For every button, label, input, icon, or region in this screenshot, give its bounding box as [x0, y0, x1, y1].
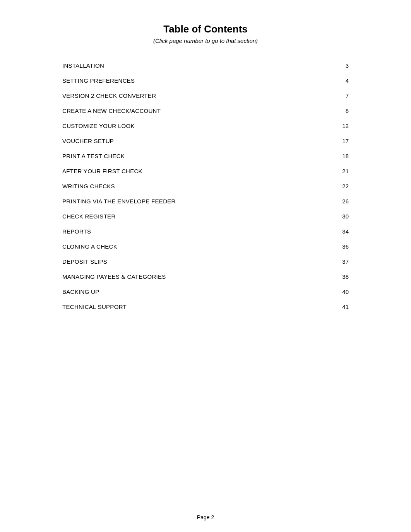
- toc-row: VOUCHER SETUP17: [62, 133, 349, 148]
- toc-entry-page[interactable]: 37: [342, 258, 349, 265]
- toc-entry-label: CUSTOMIZE YOUR LOOK: [62, 123, 135, 129]
- toc-entry-page[interactable]: 40: [342, 288, 349, 295]
- toc-entry-label: REPORTS: [62, 228, 91, 235]
- toc-entry-page[interactable]: 7: [346, 92, 349, 99]
- page-footer: Page 2: [0, 506, 411, 532]
- toc-list: INSTALLATION3SETTING PREFERENCES4VERSION…: [62, 58, 349, 314]
- toc-entry-page[interactable]: 21: [342, 168, 349, 174]
- toc-row: VERSION 2 CHECK CONVERTER7: [62, 88, 349, 103]
- toc-entry-label: AFTER YOUR FIRST CHECK: [62, 168, 142, 174]
- toc-entry-label: CREATE A NEW CHECK/ACCOUNT: [62, 107, 161, 114]
- toc-entry-label: SETTING PREFERENCES: [62, 77, 135, 84]
- toc-entry-label: INSTALLATION: [62, 62, 104, 69]
- toc-entry-page[interactable]: 18: [342, 153, 349, 159]
- toc-entry-label: PRINT A TEST CHECK: [62, 153, 125, 159]
- toc-entry-label: WRITING CHECKS: [62, 183, 115, 189]
- toc-entry-page[interactable]: 36: [342, 243, 349, 250]
- toc-entry-page[interactable]: 17: [342, 138, 349, 144]
- toc-row: CREATE A NEW CHECK/ACCOUNT8: [62, 103, 349, 118]
- toc-row: TECHNICAL SUPPORT41: [62, 299, 349, 314]
- toc-entry-page[interactable]: 26: [342, 198, 349, 205]
- toc-row: PRINT A TEST CHECK18: [62, 148, 349, 164]
- toc-row: AFTER YOUR FIRST CHECK21: [62, 164, 349, 179]
- toc-entry-label: VOUCHER SETUP: [62, 138, 114, 144]
- page-container: Table of Contents (Click page number to …: [31, 0, 380, 506]
- toc-entry-page[interactable]: 12: [342, 123, 349, 129]
- toc-entry-page[interactable]: 3: [346, 62, 349, 69]
- toc-entry-label: CLONING A CHECK: [62, 243, 117, 250]
- toc-row: CUSTOMIZE YOUR LOOK12: [62, 118, 349, 133]
- toc-row: BACKING UP40: [62, 284, 349, 299]
- toc-entry-page[interactable]: 8: [346, 107, 349, 114]
- title-section: Table of Contents (Click page number to …: [62, 23, 349, 44]
- toc-entry-page[interactable]: 30: [342, 213, 349, 220]
- toc-entry-page[interactable]: 22: [342, 183, 349, 189]
- toc-row: CLONING A CHECK36: [62, 239, 349, 254]
- toc-entry-label: PRINTING VIA THE ENVELOPE FEEDER: [62, 198, 176, 205]
- toc-row: PRINTING VIA THE ENVELOPE FEEDER26: [62, 194, 349, 209]
- toc-entry-label: CHECK REGISTER: [62, 213, 116, 220]
- toc-entry-label: MANAGING PAYEES & CATEGORIES: [62, 273, 166, 280]
- page-subtitle: (Click page number to go to that section…: [62, 38, 349, 44]
- toc-entry-label: BACKING UP: [62, 288, 99, 295]
- toc-entry-label: DEPOSIT SLIPS: [62, 258, 107, 265]
- toc-row: CHECK REGISTER30: [62, 209, 349, 224]
- toc-entry-page[interactable]: 41: [342, 304, 349, 310]
- toc-row: DEPOSIT SLIPS37: [62, 254, 349, 269]
- toc-entry-page[interactable]: 34: [342, 228, 349, 235]
- toc-row: WRITING CHECKS22: [62, 179, 349, 194]
- toc-entry-label: VERSION 2 CHECK CONVERTER: [62, 92, 156, 99]
- toc-row: MANAGING PAYEES & CATEGORIES38: [62, 269, 349, 284]
- page-title: Table of Contents: [62, 23, 349, 35]
- toc-entry-label: TECHNICAL SUPPORT: [62, 304, 127, 310]
- toc-row: REPORTS34: [62, 224, 349, 239]
- toc-row: INSTALLATION3: [62, 58, 349, 73]
- toc-entry-page[interactable]: 4: [346, 77, 349, 84]
- toc-entry-page[interactable]: 38: [342, 273, 349, 280]
- toc-row: SETTING PREFERENCES4: [62, 73, 349, 88]
